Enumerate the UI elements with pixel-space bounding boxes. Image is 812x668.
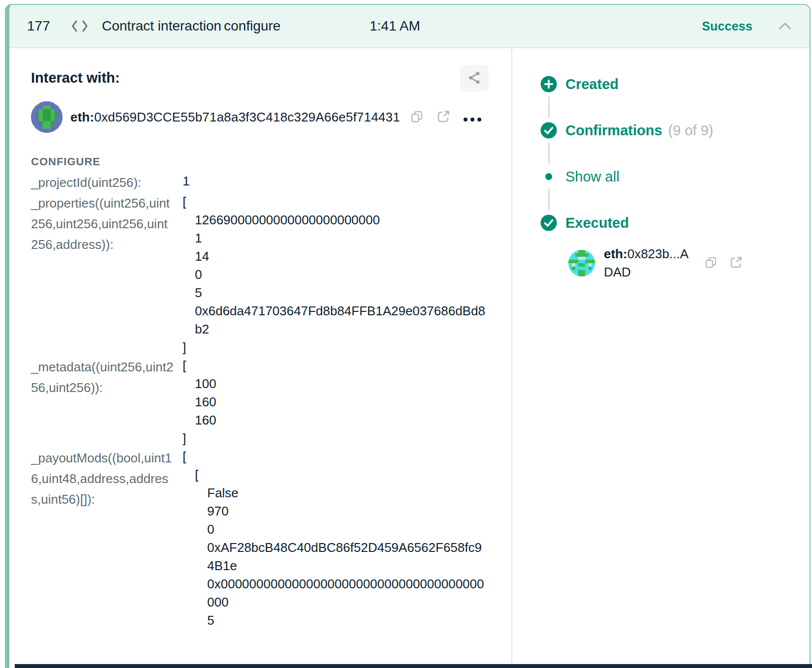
check-circle-icon xyxy=(540,121,558,139)
param-label: _properties((uint256,uint256,uint256,uin… xyxy=(31,193,174,357)
param-value: [100160160] xyxy=(183,357,216,448)
transaction-details: Interact with: xyxy=(9,48,512,668)
param-value-line: 0x00000000000000000000000000000000000000… xyxy=(183,575,488,611)
param-value-line: [ xyxy=(183,357,216,375)
method-section-title: CONFIGURE xyxy=(31,155,511,168)
confirmations-count: (9 of 9) xyxy=(668,122,714,139)
param-value-line: 1 xyxy=(183,229,488,247)
copy-address-button[interactable] xyxy=(410,110,424,125)
show-all-link[interactable]: Show all xyxy=(565,169,620,185)
timeline-step-executed: Executed xyxy=(540,213,810,232)
param-list: _projectId(uint256):1_properties((uint25… xyxy=(31,172,511,630)
param-value-line: 0 xyxy=(183,520,488,539)
copy-executor-button[interactable] xyxy=(704,256,718,271)
param-value-line: 12669000000000000000000000 xyxy=(183,211,488,229)
param-label: _payoutMods((bool,uint16,uint48,address,… xyxy=(31,448,174,630)
external-link-icon xyxy=(437,110,450,125)
plus-circle-icon xyxy=(540,75,558,93)
next-row-edge xyxy=(15,664,812,668)
param-value-line: ] xyxy=(183,338,488,357)
param-value: 1 xyxy=(183,172,189,193)
executor-row: eth:0x823b...ADAD xyxy=(568,245,810,281)
transaction-header[interactable]: 177 Contract interaction configure 1:41 … xyxy=(9,5,810,48)
dot-icon xyxy=(540,173,558,181)
param-value-line: [ xyxy=(183,448,488,466)
transaction-type: Contract interaction xyxy=(102,18,224,34)
param-value-line: 5 xyxy=(183,611,488,630)
param-value-line: ] xyxy=(183,429,216,448)
param-row: _payoutMods((bool,uint16,uint48,address,… xyxy=(31,448,511,630)
param-value-line: 14 xyxy=(183,247,488,266)
nonce: 177 xyxy=(27,18,58,34)
method-name: configure xyxy=(224,18,370,34)
timeline-step-label: Executed xyxy=(565,215,629,231)
param-row: _metadata((uint256,uint256,uint256)):[10… xyxy=(31,357,511,448)
share-button[interactable] xyxy=(460,65,489,91)
interact-with-label: Interact with: xyxy=(31,65,120,86)
param-row: _properties((uint256,uint256,uint256,uin… xyxy=(31,193,511,357)
executor-address: eth:0x823b...ADAD xyxy=(604,245,696,281)
timeline-step-created: Created xyxy=(540,75,810,93)
copy-icon xyxy=(704,256,718,271)
param-label: _projectId(uint256): xyxy=(31,172,174,193)
contract-address: eth:0xd569D3CCE55b71a8a3f3C418c329A66e5f… xyxy=(70,110,400,125)
param-value: [[False97000xAF28bcB48C40dBC86f52D459A65… xyxy=(183,448,488,630)
timeline-step-label: Created xyxy=(565,76,619,92)
param-row: _projectId(uint256):1 xyxy=(31,172,511,193)
more-options-button[interactable] xyxy=(463,116,482,123)
transaction-card: 177 Contract interaction configure 1:41 … xyxy=(5,4,811,668)
transaction-timeline: Created Confirmations (9 of 9) Show all xyxy=(512,48,810,668)
address-value: 0xd569D3CCE55b71a8a3f3C418c329A66e5f7144… xyxy=(94,110,400,124)
param-value-line: 5 xyxy=(183,284,488,302)
timeline-connector xyxy=(548,143,550,164)
timeline-step-confirmations: Confirmations (9 of 9) xyxy=(540,121,810,140)
param-value-line: 0xAF28bcB48C40dBC86f52D459A6562F658fc94B… xyxy=(183,539,488,575)
chevron-up-icon[interactable] xyxy=(777,21,793,31)
timeline-show-all[interactable]: Show all xyxy=(540,167,810,186)
external-link-icon xyxy=(729,256,743,271)
executor-address-prefix: eth: xyxy=(604,246,627,261)
param-value-line: 0x6d6da471703647Fd8b84FFB1A29e037686dBd8… xyxy=(183,302,488,338)
param-value-line: 0 xyxy=(183,266,488,284)
param-value-line: 970 xyxy=(183,502,488,520)
open-executor-explorer-button[interactable] xyxy=(729,256,743,271)
address-prefix: eth: xyxy=(70,110,94,124)
more-options-icon xyxy=(463,116,482,123)
param-value: [12669000000000000000000000114050x6d6da4… xyxy=(183,193,488,357)
timeline-step-label: Confirmations xyxy=(565,122,662,139)
param-label: _metadata((uint256,uint256,uint256)): xyxy=(31,357,174,448)
executor-avatar xyxy=(568,250,595,276)
param-value-line: 160 xyxy=(183,393,216,411)
copy-icon xyxy=(410,110,424,125)
status-badge: Success xyxy=(702,19,752,33)
check-circle-icon xyxy=(540,214,558,232)
param-value-line: [ xyxy=(183,466,488,484)
param-value-line: 100 xyxy=(183,375,216,393)
share-icon xyxy=(467,70,482,87)
param-value-line: [ xyxy=(183,193,488,211)
timeline-connector xyxy=(548,189,550,211)
param-value-line: False xyxy=(183,484,488,502)
param-value-line: 160 xyxy=(183,411,216,429)
param-value-line: 1 xyxy=(183,172,189,190)
transaction-time: 1:41 AM xyxy=(370,18,420,34)
contract-avatar xyxy=(31,101,62,133)
open-explorer-button[interactable] xyxy=(437,110,450,125)
contract-code-icon xyxy=(71,19,91,33)
timeline-connector xyxy=(548,96,550,118)
